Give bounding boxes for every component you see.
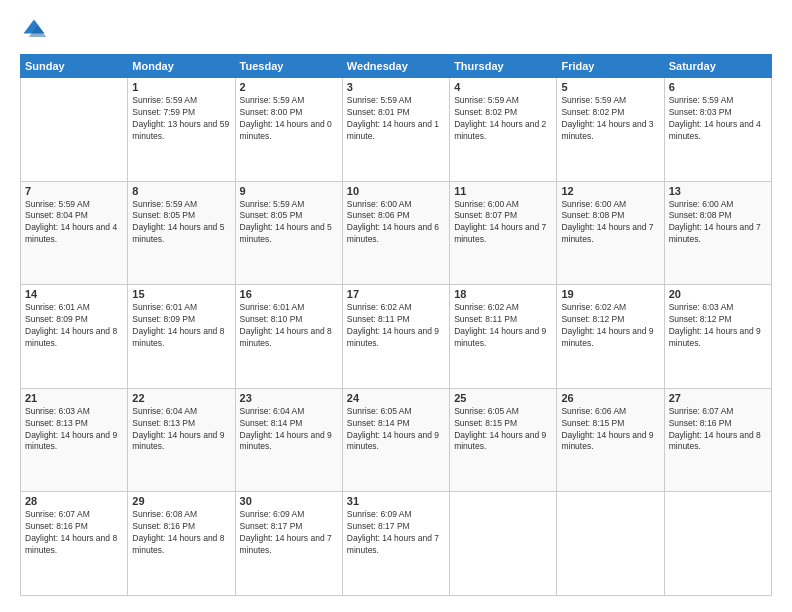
sunrise-text: Sunrise: 6:05 AM [454, 406, 552, 418]
calendar-cell: 25Sunrise: 6:05 AMSunset: 8:15 PMDayligh… [450, 388, 557, 492]
calendar-cell [21, 78, 128, 182]
calendar-cell: 31Sunrise: 6:09 AMSunset: 8:17 PMDayligh… [342, 492, 449, 596]
header [20, 16, 772, 44]
sunset-text: Sunset: 8:09 PM [132, 314, 230, 326]
sunrise-text: Sunrise: 6:08 AM [132, 509, 230, 521]
sunrise-text: Sunrise: 5:59 AM [132, 199, 230, 211]
day-number: 2 [240, 81, 338, 93]
day-number: 31 [347, 495, 445, 507]
calendar-cell: 29Sunrise: 6:08 AMSunset: 8:16 PMDayligh… [128, 492, 235, 596]
daylight-text: Daylight: 14 hours and 8 minutes. [669, 430, 767, 454]
sunset-text: Sunset: 8:16 PM [132, 521, 230, 533]
daylight-text: Daylight: 14 hours and 7 minutes. [347, 533, 445, 557]
day-number: 1 [132, 81, 230, 93]
daylight-text: Daylight: 14 hours and 4 minutes. [25, 222, 123, 246]
daylight-text: Daylight: 14 hours and 9 minutes. [561, 430, 659, 454]
day-number: 8 [132, 185, 230, 197]
sunset-text: Sunset: 8:05 PM [240, 210, 338, 222]
sunrise-text: Sunrise: 5:59 AM [240, 95, 338, 107]
sunset-text: Sunset: 8:16 PM [669, 418, 767, 430]
calendar-week-3: 21Sunrise: 6:03 AMSunset: 8:13 PMDayligh… [21, 388, 772, 492]
calendar-cell: 18Sunrise: 6:02 AMSunset: 8:11 PMDayligh… [450, 285, 557, 389]
calendar-header-saturday: Saturday [664, 55, 771, 78]
day-number: 5 [561, 81, 659, 93]
calendar-cell [664, 492, 771, 596]
day-number: 17 [347, 288, 445, 300]
daylight-text: Daylight: 14 hours and 7 minutes. [561, 222, 659, 246]
calendar-week-0: 1Sunrise: 5:59 AMSunset: 7:59 PMDaylight… [21, 78, 772, 182]
calendar-header-sunday: Sunday [21, 55, 128, 78]
day-number: 9 [240, 185, 338, 197]
calendar-cell: 26Sunrise: 6:06 AMSunset: 8:15 PMDayligh… [557, 388, 664, 492]
logo-icon [20, 16, 48, 44]
sunrise-text: Sunrise: 5:59 AM [132, 95, 230, 107]
calendar-cell: 19Sunrise: 6:02 AMSunset: 8:12 PMDayligh… [557, 285, 664, 389]
page: SundayMondayTuesdayWednesdayThursdayFrid… [0, 0, 792, 612]
sunrise-text: Sunrise: 6:03 AM [25, 406, 123, 418]
day-number: 19 [561, 288, 659, 300]
calendar-cell: 4Sunrise: 5:59 AMSunset: 8:02 PMDaylight… [450, 78, 557, 182]
calendar-cell: 30Sunrise: 6:09 AMSunset: 8:17 PMDayligh… [235, 492, 342, 596]
day-number: 21 [25, 392, 123, 404]
day-number: 11 [454, 185, 552, 197]
calendar-header-tuesday: Tuesday [235, 55, 342, 78]
sunrise-text: Sunrise: 5:59 AM [240, 199, 338, 211]
sunset-text: Sunset: 8:14 PM [347, 418, 445, 430]
sunrise-text: Sunrise: 6:07 AM [669, 406, 767, 418]
calendar-cell: 5Sunrise: 5:59 AMSunset: 8:02 PMDaylight… [557, 78, 664, 182]
day-number: 15 [132, 288, 230, 300]
sunset-text: Sunset: 8:16 PM [25, 521, 123, 533]
daylight-text: Daylight: 14 hours and 8 minutes. [132, 533, 230, 557]
sunrise-text: Sunrise: 5:59 AM [669, 95, 767, 107]
calendar-header-wednesday: Wednesday [342, 55, 449, 78]
calendar-cell: 9Sunrise: 5:59 AMSunset: 8:05 PMDaylight… [235, 181, 342, 285]
calendar-cell: 27Sunrise: 6:07 AMSunset: 8:16 PMDayligh… [664, 388, 771, 492]
sunrise-text: Sunrise: 5:59 AM [25, 199, 123, 211]
day-number: 12 [561, 185, 659, 197]
sunset-text: Sunset: 8:17 PM [240, 521, 338, 533]
day-number: 22 [132, 392, 230, 404]
daylight-text: Daylight: 14 hours and 0 minutes. [240, 119, 338, 143]
sunrise-text: Sunrise: 6:00 AM [347, 199, 445, 211]
day-number: 13 [669, 185, 767, 197]
sunrise-text: Sunrise: 6:02 AM [454, 302, 552, 314]
day-number: 18 [454, 288, 552, 300]
sunset-text: Sunset: 8:12 PM [669, 314, 767, 326]
daylight-text: Daylight: 14 hours and 9 minutes. [454, 430, 552, 454]
daylight-text: Daylight: 14 hours and 9 minutes. [240, 430, 338, 454]
day-number: 10 [347, 185, 445, 197]
day-number: 4 [454, 81, 552, 93]
day-number: 14 [25, 288, 123, 300]
sunrise-text: Sunrise: 6:00 AM [669, 199, 767, 211]
daylight-text: Daylight: 14 hours and 8 minutes. [25, 326, 123, 350]
calendar-week-2: 14Sunrise: 6:01 AMSunset: 8:09 PMDayligh… [21, 285, 772, 389]
logo [20, 16, 52, 44]
sunrise-text: Sunrise: 6:05 AM [347, 406, 445, 418]
day-number: 29 [132, 495, 230, 507]
sunrise-text: Sunrise: 6:03 AM [669, 302, 767, 314]
calendar-cell: 22Sunrise: 6:04 AMSunset: 8:13 PMDayligh… [128, 388, 235, 492]
sunset-text: Sunset: 8:00 PM [240, 107, 338, 119]
calendar-cell: 13Sunrise: 6:00 AMSunset: 8:08 PMDayligh… [664, 181, 771, 285]
sunset-text: Sunset: 8:11 PM [454, 314, 552, 326]
calendar-cell [450, 492, 557, 596]
day-number: 25 [454, 392, 552, 404]
sunrise-text: Sunrise: 6:00 AM [561, 199, 659, 211]
calendar-cell: 7Sunrise: 5:59 AMSunset: 8:04 PMDaylight… [21, 181, 128, 285]
calendar-header-monday: Monday [128, 55, 235, 78]
calendar-cell: 21Sunrise: 6:03 AMSunset: 8:13 PMDayligh… [21, 388, 128, 492]
sunset-text: Sunset: 8:15 PM [454, 418, 552, 430]
calendar-cell: 28Sunrise: 6:07 AMSunset: 8:16 PMDayligh… [21, 492, 128, 596]
sunset-text: Sunset: 8:05 PM [132, 210, 230, 222]
sunrise-text: Sunrise: 6:04 AM [240, 406, 338, 418]
sunset-text: Sunset: 8:04 PM [25, 210, 123, 222]
sunset-text: Sunset: 8:06 PM [347, 210, 445, 222]
calendar-cell: 8Sunrise: 5:59 AMSunset: 8:05 PMDaylight… [128, 181, 235, 285]
daylight-text: Daylight: 14 hours and 1 minute. [347, 119, 445, 143]
calendar-header-friday: Friday [557, 55, 664, 78]
daylight-text: Daylight: 14 hours and 8 minutes. [132, 326, 230, 350]
sunset-text: Sunset: 8:08 PM [561, 210, 659, 222]
daylight-text: Daylight: 14 hours and 6 minutes. [347, 222, 445, 246]
daylight-text: Daylight: 14 hours and 9 minutes. [669, 326, 767, 350]
sunset-text: Sunset: 8:10 PM [240, 314, 338, 326]
